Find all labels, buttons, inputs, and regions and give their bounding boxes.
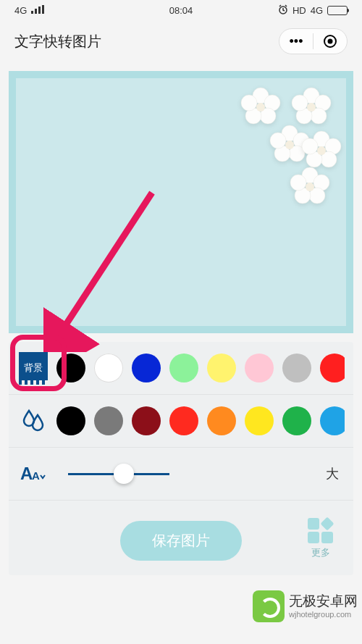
svg-rect-2 bbox=[38, 7, 41, 14]
font-size-row: A A 大 bbox=[9, 448, 353, 501]
more-label: 更多 bbox=[308, 546, 333, 559]
flower-decoration bbox=[288, 165, 332, 209]
text-color-tool-button[interactable] bbox=[17, 405, 49, 437]
more-icon bbox=[308, 518, 333, 543]
hd-label: HD bbox=[292, 5, 306, 16]
font-size-slider[interactable] bbox=[68, 473, 169, 475]
color-swatch-0[interactable] bbox=[56, 406, 85, 435]
menu-button[interactable]: ••• bbox=[279, 29, 313, 54]
bg-swatch-6[interactable] bbox=[282, 354, 311, 382]
text-color-row bbox=[9, 395, 353, 448]
svg-point-18 bbox=[307, 103, 316, 112]
bg-swatch-0[interactable] bbox=[56, 354, 85, 382]
font-size-icon: A A bbox=[19, 461, 48, 487]
nav-bar: 文字快转图片 ••• bbox=[0, 20, 362, 62]
svg-point-35 bbox=[290, 175, 306, 191]
battery-icon bbox=[327, 6, 348, 15]
color-swatch-1[interactable] bbox=[94, 406, 123, 435]
bg-swatch-4[interactable] bbox=[207, 354, 236, 382]
color-swatch-list bbox=[56, 406, 345, 435]
svg-text:A: A bbox=[32, 469, 40, 482]
status-bar: 4G 08:04 HD 4G bbox=[0, 0, 362, 20]
miniapp-capsule: ••• bbox=[279, 28, 348, 54]
svg-rect-0 bbox=[31, 11, 33, 14]
signal-icon bbox=[31, 5, 44, 16]
watermark-logo-icon bbox=[253, 590, 285, 622]
bg-swatch-3[interactable] bbox=[169, 354, 198, 382]
bg-swatch-7[interactable] bbox=[320, 354, 345, 382]
droplet-icon bbox=[20, 408, 46, 434]
svg-point-11 bbox=[241, 95, 257, 111]
status-right: HD 4G bbox=[278, 4, 348, 17]
tool-panel: 背景 A A 大 保存图片 bbox=[9, 342, 353, 575]
svg-point-12 bbox=[256, 103, 265, 112]
svg-point-30 bbox=[317, 146, 326, 155]
page-title: 文字快转图片 bbox=[14, 32, 101, 51]
svg-point-29 bbox=[302, 138, 318, 154]
watermark: 无极安卓网 wjhotelgroup.com bbox=[253, 590, 358, 622]
color-swatch-6[interactable] bbox=[282, 406, 311, 435]
network-label-right: 4G bbox=[311, 5, 323, 16]
close-button[interactable] bbox=[313, 29, 347, 54]
alarm-icon bbox=[278, 4, 288, 17]
canvas-preview[interactable] bbox=[9, 71, 353, 333]
network-label-left: 4G bbox=[14, 5, 27, 16]
svg-point-24 bbox=[285, 141, 294, 149]
bg-swatch-2[interactable] bbox=[132, 354, 161, 382]
status-left: 4G bbox=[14, 5, 44, 16]
svg-point-36 bbox=[306, 183, 314, 191]
slider-thumb[interactable] bbox=[114, 464, 134, 484]
svg-point-23 bbox=[270, 133, 286, 149]
svg-rect-3 bbox=[42, 5, 44, 14]
size-label: 大 bbox=[326, 465, 345, 482]
color-swatch-2[interactable] bbox=[132, 406, 161, 435]
flower-decoration bbox=[239, 85, 282, 129]
bg-swatch-5[interactable] bbox=[245, 354, 274, 382]
color-swatch-7[interactable] bbox=[320, 406, 345, 435]
svg-point-17 bbox=[292, 95, 308, 111]
bg-swatch-1[interactable] bbox=[94, 354, 123, 382]
background-tag-icon: 背景 bbox=[19, 352, 48, 384]
more-button[interactable]: 更多 bbox=[308, 518, 333, 559]
clock: 08:04 bbox=[169, 5, 193, 16]
svg-text:A: A bbox=[20, 464, 33, 483]
action-bar: 保存图片 更多 bbox=[9, 501, 353, 575]
color-swatch-4[interactable] bbox=[207, 406, 236, 435]
color-swatch-3[interactable] bbox=[169, 406, 198, 435]
font-size-tool-button[interactable]: A A bbox=[17, 458, 49, 490]
background-row: 背景 bbox=[9, 342, 353, 395]
svg-rect-1 bbox=[35, 9, 37, 14]
color-swatch-5[interactable] bbox=[245, 406, 274, 435]
watermark-title: 无极安卓网 bbox=[289, 593, 358, 610]
flower-decoration bbox=[290, 85, 333, 129]
svg-point-6 bbox=[328, 39, 333, 44]
save-image-button[interactable]: 保存图片 bbox=[120, 521, 242, 561]
background-tool-button[interactable]: 背景 bbox=[17, 352, 49, 384]
watermark-url: wjhotelgroup.com bbox=[289, 610, 358, 619]
background-swatch-list bbox=[56, 354, 345, 382]
